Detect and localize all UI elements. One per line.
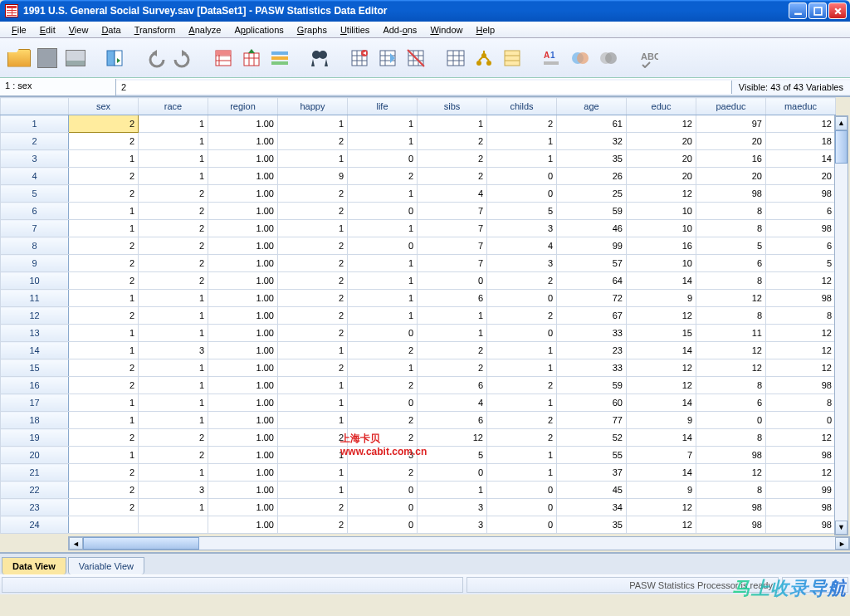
data-cell[interactable]: 0	[696, 412, 766, 429]
data-cell[interactable]: 2	[487, 272, 557, 290]
data-cell[interactable]: 1	[278, 342, 348, 359]
data-cell[interactable]: 1.00	[208, 168, 278, 185]
col-header[interactable]: race	[139, 98, 208, 115]
data-cell[interactable]: 2	[139, 203, 208, 220]
data-cell[interactable]: 8	[696, 272, 766, 290]
data-cell[interactable]: 12	[766, 342, 836, 359]
scroll-thumb[interactable]	[83, 537, 199, 550]
data-cell[interactable]: 1	[487, 150, 557, 168]
data-row[interactable]: 4211.00922026202020	[1, 168, 836, 185]
data-cell[interactable]: 2	[487, 377, 557, 394]
scroll-down-button[interactable]: ▼	[835, 521, 848, 535]
data-cell[interactable]: 1.00	[208, 237, 278, 255]
data-cell[interactable]: 1.00	[208, 499, 278, 516]
data-cell[interactable]: 1	[418, 482, 487, 499]
row-header[interactable]: 6	[1, 203, 69, 220]
data-cell[interactable]: 1.00	[208, 133, 278, 150]
column-header-row[interactable]: sex race region happy life sibs childs a…	[1, 98, 836, 115]
data-cell[interactable]: 33	[557, 359, 627, 377]
data-cell[interactable]: 1	[69, 447, 139, 464]
data-cell[interactable]: 8	[696, 482, 766, 499]
data-cell[interactable]: 98	[696, 185, 766, 203]
row-header[interactable]: 13	[1, 325, 69, 342]
data-cell[interactable]: 9	[627, 482, 696, 499]
row-header[interactable]: 17	[1, 394, 69, 412]
data-cell[interactable]: 0	[348, 237, 418, 255]
data-cell[interactable]: 7	[418, 237, 487, 255]
data-cell[interactable]: 6	[418, 290, 487, 307]
data-cell[interactable]: 0	[766, 412, 836, 429]
row-header[interactable]: 16	[1, 377, 69, 394]
data-cell[interactable]: 1	[278, 447, 348, 464]
data-cell[interactable]: 12	[766, 325, 836, 342]
data-cell[interactable]: 1	[139, 412, 208, 429]
data-cell[interactable]: 1	[278, 412, 348, 429]
data-view-tab[interactable]: Data View	[2, 557, 66, 574]
data-cell[interactable]: 1	[278, 220, 348, 237]
data-cell[interactable]: 2	[278, 325, 348, 342]
data-cell[interactable]: 0	[348, 150, 418, 168]
row-header[interactable]: 8	[1, 237, 69, 255]
data-cell[interactable]: 1	[348, 185, 418, 203]
spellcheck-1-button[interactable]: A1	[540, 46, 564, 71]
data-cell[interactable]: 3	[418, 516, 487, 534]
data-cell[interactable]: 1.00	[208, 307, 278, 325]
col-header[interactable]: educ	[627, 98, 696, 115]
data-cell[interactable]: 1.00	[208, 429, 278, 447]
goto-case-button[interactable]	[211, 46, 236, 71]
data-cell[interactable]: 3	[139, 342, 208, 359]
data-cell[interactable]: 2	[278, 133, 348, 150]
data-cell[interactable]: 3	[139, 482, 208, 499]
cell-name-box[interactable]: 1 : sex	[0, 79, 116, 95]
data-cell[interactable]: 2	[348, 412, 418, 429]
data-cell[interactable]: 12	[418, 429, 487, 447]
data-cell[interactable]: 0	[348, 482, 418, 499]
data-cell[interactable]: 77	[557, 412, 627, 429]
data-cell[interactable]: 1	[69, 150, 139, 168]
data-cell[interactable]: 16	[696, 150, 766, 168]
data-cell[interactable]: 3	[487, 220, 557, 237]
data-cell[interactable]: 14	[627, 394, 696, 412]
find-button[interactable]	[307, 46, 332, 71]
data-cell[interactable]: 1	[139, 307, 208, 325]
data-cell[interactable]: 2	[418, 342, 487, 359]
variables-button[interactable]	[267, 46, 292, 71]
data-cell[interactable]: 1	[278, 115, 348, 133]
data-cell[interactable]: 2	[69, 185, 139, 203]
data-cell[interactable]: 1	[139, 377, 208, 394]
data-cell[interactable]: 1.00	[208, 447, 278, 464]
data-cell[interactable]: 20	[696, 168, 766, 185]
data-cell[interactable]: 10	[627, 203, 696, 220]
data-row[interactable]: 11111.0021607291298	[1, 290, 836, 307]
data-cell[interactable]: 1.00	[208, 516, 278, 534]
data-row[interactable]: 17111.001041601468	[1, 394, 836, 412]
data-cell[interactable]: 20	[696, 133, 766, 150]
data-cell[interactable]: 1	[139, 168, 208, 185]
data-row[interactable]: 19221.00221225214812	[1, 429, 836, 447]
data-cell[interactable]: 1	[487, 447, 557, 464]
data-cell[interactable]: 1	[487, 359, 557, 377]
data-cell[interactable]: 98	[766, 220, 836, 237]
data-row[interactable]: 12211.002112671288	[1, 307, 836, 325]
data-cell[interactable]: 0	[487, 499, 557, 516]
close-button[interactable]	[828, 2, 847, 19]
data-grid[interactable]: sex race region happy life sibs childs a…	[0, 97, 836, 534]
data-row[interactable]: 3111.00102135201614	[1, 150, 836, 168]
data-cell[interactable]: 1.00	[208, 394, 278, 412]
row-header[interactable]: 9	[1, 255, 69, 272]
data-cell[interactable]: 98	[766, 377, 836, 394]
data-cell[interactable]: 2	[69, 429, 139, 447]
data-cell[interactable]: 6	[418, 412, 487, 429]
data-row[interactable]: 15211.00212133121212	[1, 359, 836, 377]
maximize-button[interactable]	[808, 2, 827, 19]
data-cell[interactable]: 98	[766, 185, 836, 203]
scroll-right-button[interactable]: ►	[835, 537, 849, 550]
data-row[interactable]: 14131.00122123141212	[1, 342, 836, 359]
data-cell[interactable]: 1	[139, 499, 208, 516]
data-cell[interactable]: 1.00	[208, 115, 278, 133]
data-row[interactable]: 18111.00126277900	[1, 412, 836, 429]
col-header[interactable]: sex	[69, 98, 139, 115]
data-cell[interactable]: 20	[766, 168, 836, 185]
data-cell[interactable]: 67	[557, 307, 627, 325]
data-cell[interactable]: 1	[348, 272, 418, 290]
